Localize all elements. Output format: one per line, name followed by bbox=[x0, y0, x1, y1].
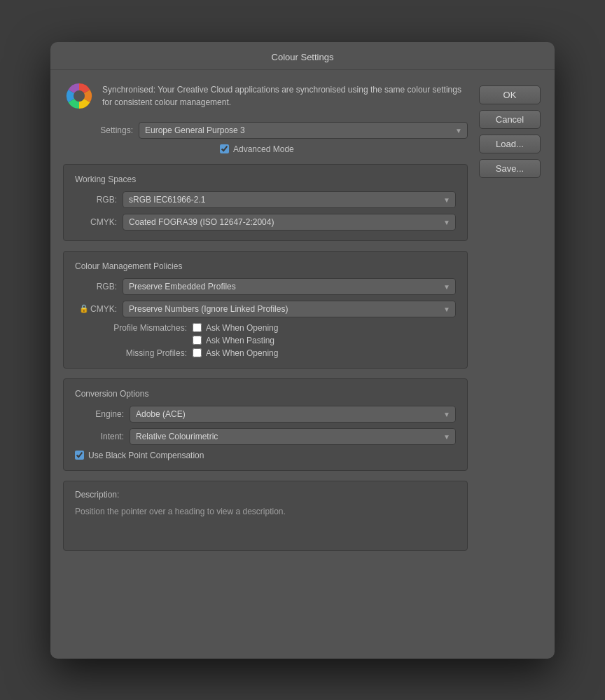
cmyk-policy-row: 🔒 CMYK: Preserve Numbers (Ignore Linked … bbox=[75, 301, 456, 317]
rgb-policy-label: RGB: bbox=[75, 282, 117, 291]
intent-row: Intent: Relative Colourimetric ▼ bbox=[75, 428, 456, 445]
ask-when-opening-text-mp: Ask When Opening bbox=[206, 348, 278, 358]
ask-when-opening-text-pm: Ask When Opening bbox=[206, 323, 278, 333]
bpc-row: Use Black Point Compensation bbox=[75, 451, 456, 460]
intent-select[interactable]: Relative Colourimetric bbox=[130, 428, 456, 445]
description-text: Position the pointer over a heading to v… bbox=[75, 505, 456, 518]
ask-when-pasting-text: Ask When Pasting bbox=[206, 336, 274, 345]
conversion-options-section: Conversion Options Engine: Adobe (ACE) ▼… bbox=[63, 378, 468, 471]
advanced-mode-label[interactable]: Advanced Mode bbox=[220, 144, 294, 154]
bpc-text: Use Black Point Compensation bbox=[88, 451, 204, 460]
color-wheel-icon bbox=[66, 83, 92, 109]
svg-point-1 bbox=[74, 90, 85, 102]
bpc-checkbox[interactable] bbox=[75, 451, 84, 460]
settings-label: Settings: bbox=[63, 125, 133, 135]
sync-banner: Synchronised: Your Creative Cloud applic… bbox=[63, 83, 468, 109]
engine-row: Engine: Adobe (ACE) ▼ bbox=[75, 406, 456, 423]
ok-button[interactable]: OK bbox=[479, 85, 541, 104]
ask-when-opening-checkbox-pm[interactable] bbox=[193, 323, 202, 332]
rgb-policy-select-wrapper: Preserve Embedded Profiles ▼ bbox=[123, 278, 456, 295]
save-button[interactable]: Save... bbox=[479, 159, 541, 178]
missing-profiles-label: Missing Profiles: bbox=[75, 348, 187, 358]
sync-text: Synchronised: Your Creative Cloud applic… bbox=[102, 83, 465, 109]
working-spaces-title: Working Spaces bbox=[75, 174, 456, 184]
intent-label: Intent: bbox=[75, 432, 124, 441]
dialog-title: Colour Settings bbox=[50, 42, 555, 70]
working-spaces-section: Working Spaces RGB: sRGB IEC61966-2.1 ▼ … bbox=[63, 164, 468, 241]
cmyk-working-row: CMYK: Coated FOGRA39 (ISO 12647-2:2004) … bbox=[75, 214, 456, 231]
rgb-working-select[interactable]: sRGB IEC61966-2.1 bbox=[123, 191, 456, 208]
settings-select[interactable]: Europe General Purpose 3 bbox=[139, 122, 468, 139]
engine-select-wrapper: Adobe (ACE) ▼ bbox=[130, 406, 456, 423]
rgb-select-wrapper: sRGB IEC61966-2.1 ▼ bbox=[123, 191, 456, 208]
lock-icon: 🔒 bbox=[79, 304, 89, 313]
ask-when-pasting-checkbox[interactable] bbox=[193, 336, 202, 345]
ask-when-pasting-label[interactable]: Ask When Pasting bbox=[193, 336, 274, 345]
profile-mismatches-row2: Ask When Pasting bbox=[75, 336, 456, 345]
main-content: Synchronised: Your Creative Cloud applic… bbox=[63, 83, 468, 551]
ask-when-opening-checkbox-mp[interactable] bbox=[193, 348, 202, 357]
colour-settings-dialog: Colour Settings Synchronised: Your Creat… bbox=[50, 42, 555, 659]
description-title: Description: bbox=[75, 490, 456, 500]
load-button[interactable]: Load... bbox=[479, 135, 541, 153]
ask-when-opening-label-mp[interactable]: Ask When Opening bbox=[193, 348, 278, 358]
conversion-options-title: Conversion Options bbox=[75, 389, 456, 399]
profile-mismatches-row1: Profile Mismatches: Ask When Opening bbox=[75, 323, 456, 333]
cmyk-policy-select-wrapper: Preserve Numbers (Ignore Linked Profiles… bbox=[123, 301, 456, 317]
colour-management-section: Colour Management Policies RGB: Preserve… bbox=[63, 251, 468, 369]
cmyk-policy-select[interactable]: Preserve Numbers (Ignore Linked Profiles… bbox=[123, 301, 456, 317]
description-section: Description: Position the pointer over a… bbox=[63, 481, 468, 551]
cmyk-working-label: CMYK: bbox=[75, 217, 117, 227]
rgb-policy-select[interactable]: Preserve Embedded Profiles bbox=[123, 278, 456, 295]
sidebar-buttons: OK Cancel Load... Save... bbox=[479, 83, 542, 551]
ask-when-opening-label-pm[interactable]: Ask When Opening bbox=[193, 323, 278, 333]
cmyk-working-select[interactable]: Coated FOGRA39 (ISO 12647-2:2004) bbox=[123, 214, 456, 231]
engine-select[interactable]: Adobe (ACE) bbox=[130, 406, 456, 423]
cmyk-select-wrapper: Coated FOGRA39 (ISO 12647-2:2004) ▼ bbox=[123, 214, 456, 231]
rgb-working-label: RGB: bbox=[75, 195, 117, 205]
cmyk-policy-label: 🔒 CMYK: bbox=[75, 304, 117, 314]
settings-row: Settings: Europe General Purpose 3 ▼ bbox=[63, 122, 468, 139]
colour-management-title: Colour Management Policies bbox=[75, 261, 456, 271]
profile-mismatches-group: Profile Mismatches: Ask When Opening Ask… bbox=[75, 323, 456, 358]
settings-select-wrapper: Europe General Purpose 3 ▼ bbox=[139, 122, 468, 139]
advanced-mode-checkbox[interactable] bbox=[220, 144, 229, 153]
intent-select-wrapper: Relative Colourimetric ▼ bbox=[130, 428, 456, 445]
rgb-working-row: RGB: sRGB IEC61966-2.1 ▼ bbox=[75, 191, 456, 208]
profile-mismatches-label: Profile Mismatches: bbox=[75, 323, 187, 333]
advanced-mode-row: Advanced Mode bbox=[63, 144, 468, 154]
cancel-button[interactable]: Cancel bbox=[479, 110, 541, 129]
engine-label: Engine: bbox=[75, 409, 124, 419]
bpc-label[interactable]: Use Black Point Compensation bbox=[75, 451, 204, 460]
rgb-policy-row: RGB: Preserve Embedded Profiles ▼ bbox=[75, 278, 456, 295]
missing-profiles-row: Missing Profiles: Ask When Opening bbox=[75, 348, 456, 358]
advanced-mode-text: Advanced Mode bbox=[233, 144, 294, 154]
